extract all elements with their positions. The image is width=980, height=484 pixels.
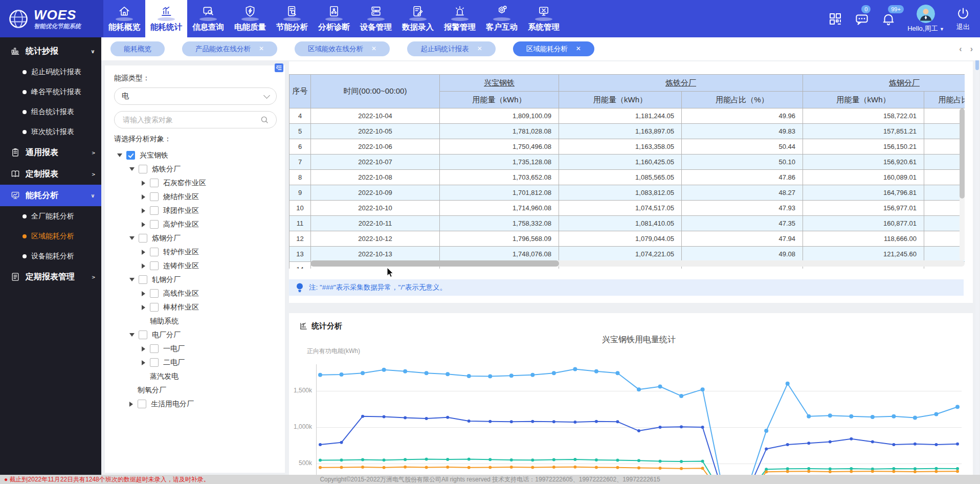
tree-node-6[interactable]: 高炉作业区 — [114, 217, 277, 231]
bell-icon[interactable]: 99+ — [881, 11, 896, 27]
sidebar-item-4-1[interactable]: 全厂能耗分析 — [0, 206, 101, 226]
user-menu[interactable]: Hello,周工 ▼ — [907, 5, 944, 33]
nav-item-8[interactable]: 数据录入 — [397, 0, 439, 37]
tree-node-8[interactable]: 转炉作业区 — [114, 245, 277, 259]
tree-node-10[interactable]: 轧钢分厂 — [114, 273, 277, 287]
sidebar-section-2[interactable]: 通用报表> — [0, 142, 101, 163]
table-hscroll-thumb[interactable] — [310, 260, 559, 267]
tab-1[interactable]: 能耗概览 — [110, 41, 165, 56]
message-icon[interactable]: 0 — [854, 11, 870, 27]
close-icon[interactable]: ✕ — [259, 41, 264, 56]
tab-5[interactable]: 区域能耗分析✕ — [513, 41, 594, 56]
tree-collapse-icon[interactable] — [142, 305, 145, 310]
tree-checkbox[interactable] — [150, 344, 159, 353]
tree-collapse-icon[interactable] — [142, 181, 145, 186]
tree-checkbox[interactable] — [139, 275, 147, 284]
logout-button[interactable]: 退出 — [955, 6, 971, 32]
tree-expand-icon[interactable] — [129, 167, 135, 171]
group-header-3-link[interactable]: 炼钢分厂 — [889, 78, 920, 87]
tree-node-17[interactable]: 蒸汽发电 — [114, 369, 277, 383]
tree-node-13[interactable]: 辅助系统 — [114, 314, 277, 328]
close-icon[interactable]: ✕ — [371, 41, 376, 56]
nav-item-5[interactable]: 节能分析 — [271, 0, 313, 37]
tree-expand-icon[interactable] — [129, 278, 135, 281]
tree-checkbox[interactable] — [150, 261, 159, 270]
tree-node-19[interactable]: 生活用电分厂 — [114, 397, 277, 411]
tree-checkbox[interactable] — [138, 400, 146, 408]
close-icon[interactable]: ✕ — [576, 41, 581, 56]
tree-checkbox[interactable] — [150, 289, 159, 298]
tree-expand-icon[interactable] — [129, 333, 135, 337]
nav-item-11[interactable]: 系统管理 — [523, 0, 565, 37]
tree-checkbox[interactable] — [150, 206, 159, 215]
nav-item-2[interactable]: 能耗统计 — [145, 0, 187, 37]
tree-checkbox[interactable] — [150, 248, 159, 256]
search-icon[interactable] — [260, 115, 269, 124]
tree-node-16[interactable]: 二电厂 — [114, 356, 277, 369]
tree-node-7[interactable]: 炼钢分厂 — [114, 231, 277, 245]
tree-checkbox[interactable] — [139, 165, 147, 173]
panel-collapse-icon[interactable] — [275, 63, 283, 72]
tree-collapse-icon[interactable] — [142, 208, 145, 213]
tree-node-1[interactable]: 兴宝钢铁 — [114, 148, 277, 162]
nav-item-7[interactable]: 设备管理 — [355, 0, 397, 37]
tree-collapse-icon[interactable] — [142, 263, 145, 269]
nav-item-6[interactable]: 分析诊断 — [313, 0, 355, 37]
tree-collapse-icon[interactable] — [129, 402, 133, 407]
tree-collapse-icon[interactable] — [142, 194, 145, 200]
tree-node-4[interactable]: 烧结作业区 — [114, 190, 277, 204]
tree-collapse-icon[interactable] — [142, 360, 145, 365]
sidebar-item-4-2[interactable]: 区域能耗分析 — [0, 226, 101, 246]
tree-node-2[interactable]: 炼铁分厂 — [114, 162, 277, 176]
tree-checkbox[interactable] — [150, 358, 159, 367]
search-input[interactable] — [122, 115, 260, 124]
tab-3[interactable]: 区域能效在线分析✕ — [295, 41, 390, 56]
tree-node-12[interactable]: 棒材作业区 — [114, 300, 277, 314]
tree-collapse-icon[interactable] — [142, 291, 145, 296]
tree-checkbox[interactable] — [150, 192, 159, 201]
nav-item-4[interactable]: 电能质量 — [229, 0, 271, 37]
tree-checkbox[interactable] — [150, 303, 159, 312]
tree-expand-icon[interactable] — [129, 236, 135, 240]
tree-collapse-icon[interactable] — [142, 346, 145, 351]
tree-node-9[interactable]: 连铸作业区 — [114, 259, 277, 273]
tree-checkbox[interactable] — [150, 179, 159, 187]
close-icon[interactable]: ✕ — [477, 41, 482, 56]
tree-checkbox[interactable] — [139, 331, 147, 339]
tree-checkbox[interactable] — [126, 151, 135, 160]
tree-expand-icon[interactable] — [117, 153, 122, 157]
tree-node-15[interactable]: 一电厂 — [114, 342, 277, 356]
sidebar-section-4[interactable]: 能耗分析∨ — [0, 185, 101, 206]
tree-node-11[interactable]: 高线作业区 — [114, 287, 277, 300]
qr-code-icon[interactable] — [828, 11, 843, 27]
sidebar-item-1-4[interactable]: 班次统计报表 — [0, 122, 101, 142]
sidebar-section-1[interactable]: 统计抄报∨ — [0, 40, 101, 62]
nav-item-10[interactable]: 客户互动 — [481, 0, 523, 37]
sidebar-item-1-2[interactable]: 峰谷平统计报表 — [0, 82, 101, 102]
chevron-right-icon[interactable]: › — [970, 45, 973, 54]
sidebar-item-1-3[interactable]: 组合统计报表 — [0, 102, 101, 122]
group-header-2-link[interactable]: 炼铁分厂 — [665, 78, 696, 87]
sidebar-item-1-1[interactable]: 起止码统计报表 — [0, 62, 101, 82]
tree-node-14[interactable]: 电厂分厂 — [114, 328, 277, 342]
sidebar-item-4-3[interactable]: 设备能耗分析 — [0, 246, 101, 266]
tree-node-18[interactable]: 制氧分厂 — [114, 383, 277, 397]
tab-2[interactable]: 产品能效在线分析✕ — [182, 41, 277, 56]
group-header-1-link[interactable]: 兴宝钢铁 — [484, 78, 515, 87]
line-chart[interactable] — [316, 358, 962, 484]
chevron-left-icon[interactable]: ‹ — [959, 45, 962, 54]
nav-item-3[interactable]: 信息查询 — [187, 0, 229, 37]
tab-4[interactable]: 起止码统计报表✕ — [407, 41, 496, 56]
tree-collapse-icon[interactable] — [142, 250, 145, 255]
tree-checkbox[interactable] — [139, 234, 147, 243]
tree-collapse-icon[interactable] — [142, 222, 145, 227]
energy-type-select[interactable]: 电 — [114, 87, 277, 105]
tree-checkbox[interactable] — [150, 220, 159, 229]
tree-node-5[interactable]: 球团作业区 — [114, 204, 277, 217]
tree-node-3[interactable]: 石灰窑作业区 — [114, 176, 277, 190]
sidebar-section-5[interactable]: 定期报表管理> — [0, 266, 101, 288]
nav-item-9[interactable]: 报警管理 — [439, 0, 481, 37]
nav-item-1[interactable]: 能耗概览 — [103, 0, 145, 37]
table-vscroll-thumb[interactable] — [960, 108, 965, 199]
sidebar-section-3[interactable]: 定制报表> — [0, 163, 101, 185]
